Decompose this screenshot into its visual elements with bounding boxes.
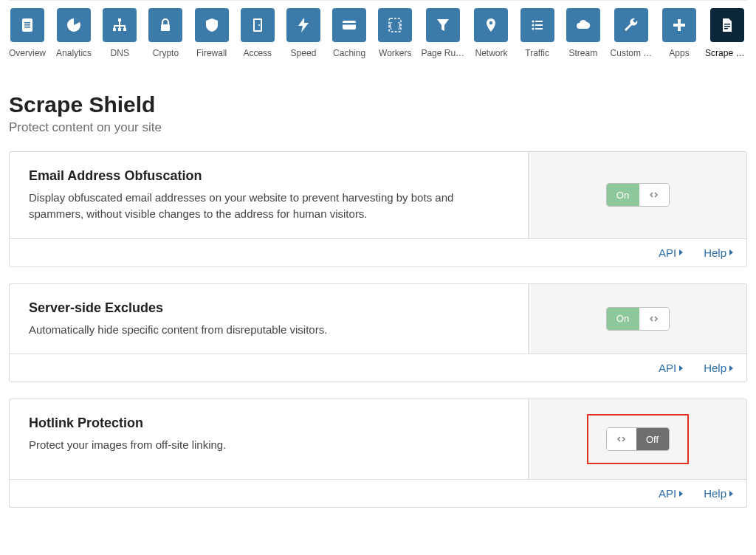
card-description: Display obfuscated email addresses on yo… <box>29 190 479 222</box>
help-link[interactable]: Help <box>704 362 733 374</box>
toggle-hotlink-protection[interactable]: Off <box>606 427 670 451</box>
card-title: Server-side Excludes <box>29 300 509 316</box>
shield-icon <box>195 8 229 42</box>
nav-item-page-rules[interactable]: Page Rules <box>423 8 463 58</box>
lock-icon <box>148 8 182 42</box>
caret-right-icon <box>729 491 733 497</box>
nav-label: Page Rules <box>421 48 465 58</box>
pie-icon <box>57 8 91 42</box>
caret-right-icon <box>679 491 683 497</box>
nav-item-firewall[interactable]: Firewall <box>194 8 230 58</box>
setting-card: Hotlink ProtectionProtect your images fr… <box>9 399 747 508</box>
card-title: Email Address Obfuscation <box>29 168 509 184</box>
nav-label: Custom … <box>611 48 653 58</box>
nav-label: Overview <box>9 48 46 58</box>
nav-label: DNS <box>111 48 129 58</box>
highlight-annotation: Off <box>587 414 689 464</box>
toggle-handle-icon <box>616 435 626 444</box>
nav-label: Access <box>243 48 272 58</box>
page-header: Scrape Shield Protect content on your si… <box>9 92 747 135</box>
list-icon <box>520 8 554 42</box>
braces-icon <box>378 8 412 42</box>
nav-label: Caching <box>333 48 365 58</box>
nav-item-apps[interactable]: Apps <box>662 8 697 58</box>
nav-label: Analytics <box>56 48 92 58</box>
card-side-panel: On <box>528 284 746 354</box>
nav-label: Apps <box>669 48 689 58</box>
card-description: Protect your images from off-site linkin… <box>29 437 479 453</box>
nav-item-speed[interactable]: Speed <box>286 8 321 58</box>
caret-right-icon <box>729 249 733 255</box>
nav-label: Speed <box>291 48 317 58</box>
nav-item-crypto[interactable]: Crypto <box>148 8 183 58</box>
file-icon <box>710 8 744 42</box>
toggle-server-side-excludes[interactable]: On <box>606 307 670 331</box>
toggle-on-label: On <box>607 184 639 206</box>
nav-item-traffic[interactable]: Traffic <box>520 8 555 58</box>
toggle-off-label: Off <box>636 428 669 450</box>
toggle-on-label: On <box>607 308 639 330</box>
funnel-icon <box>426 8 460 42</box>
nav-label: Firewall <box>196 48 227 58</box>
setting-card: Server-side ExcludesAutomatically hide s… <box>9 283 747 383</box>
nav-item-network[interactable]: Network <box>473 8 509 58</box>
nav-item-dns[interactable]: DNS <box>102 8 137 58</box>
nav-label: Network <box>475 48 507 58</box>
card-footer: APIHelp <box>10 238 746 266</box>
clipboard-icon <box>10 8 44 42</box>
caret-right-icon <box>679 365 683 371</box>
api-link[interactable]: API <box>659 362 683 374</box>
nav-item-stream[interactable]: Stream <box>566 8 601 58</box>
nav-label: Stream <box>568 48 597 58</box>
card-footer: APIHelp <box>10 354 746 382</box>
api-link[interactable]: API <box>659 247 683 259</box>
nav-item-workers[interactable]: Workers <box>377 8 413 58</box>
toggle-handle <box>639 184 669 206</box>
caret-right-icon <box>679 249 683 255</box>
card-side-panel: On <box>528 152 746 238</box>
nav-label: Crypto <box>153 48 179 58</box>
toggle-handle <box>607 428 636 450</box>
card-description: Automatically hide specific content from… <box>29 322 479 338</box>
nav-item-analytics[interactable]: Analytics <box>56 8 92 58</box>
nav-label: Workers <box>379 48 411 58</box>
help-link[interactable]: Help <box>704 247 733 259</box>
setting-card: Email Address ObfuscationDisplay obfusca… <box>9 151 747 267</box>
page-title: Scrape Shield <box>9 92 747 117</box>
bolt-icon <box>286 8 320 42</box>
wrench-icon <box>614 8 648 42</box>
caret-right-icon <box>729 365 733 371</box>
top-nav: OverviewAnalyticsDNSCryptoFirewallAccess… <box>9 0 747 58</box>
nav-item-custom-[interactable]: Custom … <box>611 8 651 58</box>
nav-item-access[interactable]: Access <box>240 8 275 58</box>
nav-item-caching[interactable]: Caching <box>331 8 367 58</box>
api-link[interactable]: API <box>659 487 683 500</box>
page-subtitle: Protect content on your site <box>9 120 747 135</box>
nav-label: Traffic <box>525 48 549 58</box>
card-title: Hotlink Protection <box>29 416 509 431</box>
door-icon <box>241 8 275 42</box>
toggle-email-address-obfuscation[interactable]: On <box>606 183 670 207</box>
help-link[interactable]: Help <box>704 487 733 500</box>
plus-icon <box>662 8 696 42</box>
nav-item-scrape-s-[interactable]: Scrape S… <box>707 8 747 58</box>
toggle-handle-icon <box>649 190 659 199</box>
pin-icon <box>474 8 508 42</box>
card-icon <box>332 8 366 42</box>
card-footer: APIHelp <box>10 479 746 507</box>
sitemap-icon <box>103 8 137 42</box>
cloud-icon <box>566 8 600 42</box>
toggle-handle <box>639 308 669 330</box>
card-side-panel: Off <box>528 399 746 479</box>
nav-label: Scrape S… <box>705 48 749 58</box>
nav-item-overview[interactable]: Overview <box>9 8 46 58</box>
toggle-handle-icon <box>649 314 659 323</box>
